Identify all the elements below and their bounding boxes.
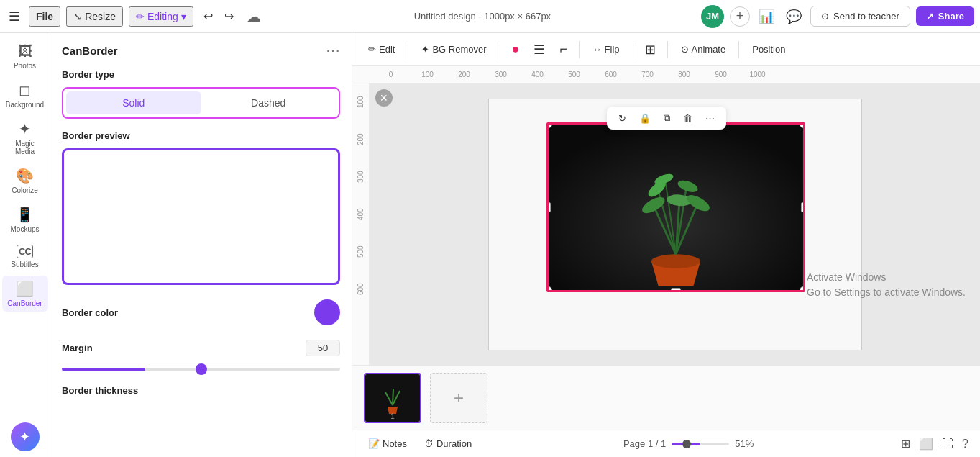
slide-number: 1 (390, 412, 395, 420)
magic-media-icon: ✦ (19, 120, 31, 137)
edit-button[interactable]: ✏ Edit (361, 40, 402, 58)
help-button[interactable]: ? (959, 435, 971, 453)
fullscreen-button[interactable]: ⛶ (939, 435, 956, 453)
magic-wand-icon: ✦ (19, 429, 30, 445)
sidebar-item-magic-media[interactable]: ✦ Magic Media (2, 116, 48, 160)
bg-remover-button[interactable]: ✦ BG Remover (414, 40, 493, 58)
ruler-left-200: 200 (357, 121, 365, 158)
add-slide-button[interactable]: + (430, 373, 487, 423)
analytics-button[interactable]: 📊 (756, 6, 777, 27)
ruler-top-numbers: 0 100 200 300 400 500 600 700 800 900 10… (372, 71, 980, 78)
rotate-button[interactable]: ↻ (613, 110, 632, 127)
share-icon: ↗ (926, 11, 934, 22)
ruler-num-800: 800 (666, 71, 702, 78)
share-button[interactable]: ↗ Share (916, 6, 974, 26)
file-button[interactable]: File (29, 6, 60, 27)
footer-center: Page 1 / 1 51% (485, 438, 892, 449)
fit-page-button[interactable]: ⬜ (916, 434, 936, 453)
solid-border-button[interactable]: Solid (66, 91, 201, 114)
flip-label: Flip (605, 44, 620, 55)
undo-redo-group: ↩ ↪ (199, 6, 238, 26)
ruler-num-100: 100 (409, 71, 446, 78)
border-color-swatch[interactable] (314, 299, 340, 325)
grid-view-button[interactable]: ⊞ (898, 434, 913, 453)
slide-thumb-1[interactable]: 1 (364, 373, 421, 423)
design-image[interactable]: ↻ (546, 122, 805, 292)
notes-button[interactable]: 📝 Notes (361, 435, 414, 452)
sidebar-item-subtitles[interactable]: CC Subtitles (2, 240, 48, 273)
handle-bottom-right[interactable] (800, 286, 805, 292)
add-collaborator-button[interactable]: + (730, 6, 750, 27)
sidebar-item-colorize[interactable]: 🎨 Colorize (2, 163, 48, 199)
resize-button[interactable]: ⤡ Resize (66, 6, 123, 27)
ruler-num-500: 500 (556, 71, 592, 78)
zoom-slider[interactable] (672, 443, 729, 445)
bg-remover-label: BG Remover (432, 44, 486, 55)
image-more-button[interactable]: ⋯ (700, 110, 720, 127)
margin-section: Margin (62, 340, 340, 374)
handle-bottom-left[interactable] (546, 286, 552, 292)
sidebar-item-canborder[interactable]: ⬜ CanBorder (2, 276, 48, 312)
animate-icon: ⊙ (681, 44, 689, 55)
handle-top-right[interactable] (800, 122, 805, 128)
handle-bottom-middle[interactable] (671, 288, 681, 292)
ruler-left-400: 400 (357, 196, 365, 233)
canvas-area: ✏ Edit ✦ BG Remover ● ☰ ⌐ ↔ Flip (352, 33, 980, 457)
menu-icon[interactable]: ☰ (6, 6, 23, 27)
ruler-num-300: 300 (482, 71, 519, 78)
ruler-num-200: 200 (446, 71, 482, 78)
sidebar-item-mockups[interactable]: 📱 Mockups (2, 202, 48, 237)
handle-top-left[interactable] (546, 122, 552, 128)
border-preview-box (62, 148, 340, 285)
notes-icon: 📝 (368, 438, 380, 449)
sidebar-item-magic-media-label: Magic Media (5, 140, 45, 155)
handle-middle-left[interactable] (546, 202, 551, 212)
document-title: Untitled design - 1000px × 667px (270, 11, 695, 22)
pattern-icon: ⊞ (645, 42, 656, 57)
cloud-save-button[interactable]: ☁ (244, 5, 264, 28)
avatar[interactable]: JM (701, 5, 724, 28)
redo-button[interactable]: ↪ (220, 6, 238, 26)
border-preview-label: Border preview (62, 130, 340, 141)
send-teacher-icon: ⊙ (821, 11, 829, 22)
footer-bar: 📝 Notes ⏱ Duration Page 1 / 1 51% ⊞ ⬜ ⛶ … (352, 430, 980, 457)
lock-button[interactable]: 🔒 (633, 110, 656, 127)
animate-button[interactable]: ⊙ Animate (674, 40, 733, 58)
edit-icon: ✏ (368, 44, 376, 55)
lines-icon: ☰ (533, 42, 545, 57)
sidebar-item-subtitles-label: Subtitles (11, 261, 38, 268)
share-label: Share (938, 11, 964, 22)
sidebar-item-background[interactable]: ◻ Background (2, 77, 48, 113)
dashed-border-button[interactable]: Dashed (201, 91, 336, 114)
ruler-num-700: 700 (629, 71, 666, 78)
corner-tool-button[interactable]: ⌐ (554, 38, 573, 60)
margin-slider[interactable] (62, 368, 340, 371)
sidebar-item-photos[interactable]: 🖼 Photos (2, 39, 48, 74)
toolbar-separator-4 (633, 41, 633, 58)
magic-circle-button[interactable]: ✦ (11, 422, 40, 451)
border-color-label: Border color (62, 307, 118, 318)
position-button[interactable]: Position (745, 40, 792, 58)
circle-tool-button[interactable]: ● (506, 38, 526, 60)
pattern-tool-button[interactable]: ⊞ (639, 38, 661, 61)
send-to-teacher-button[interactable]: ⊙ Send to teacher (810, 6, 910, 27)
trash-button[interactable]: 🗑 (677, 110, 698, 127)
comment-button[interactable]: 💬 (783, 6, 805, 27)
zoom-percent: 51% (735, 438, 754, 449)
undo-button[interactable]: ↩ (199, 6, 217, 26)
duration-button[interactable]: ⏱ Duration (417, 435, 479, 452)
header-left: ☰ File ⤡ Resize ✏ Editing ▾ ↩ ↪ ☁ (6, 5, 264, 28)
copy-button[interactable]: ⧉ (658, 109, 676, 127)
filmstrip: 1 + (352, 365, 980, 430)
margin-value-input[interactable] (306, 340, 340, 356)
editing-label: Editing (147, 11, 178, 22)
editing-button[interactable]: ✏ Editing ▾ (129, 6, 193, 27)
handle-middle-right[interactable] (801, 202, 805, 212)
canvas-close-button[interactable]: ✕ (375, 89, 393, 107)
send-teacher-label: Send to teacher (833, 11, 899, 22)
panel-more-button[interactable]: ⋯ (326, 42, 340, 59)
sidebar-item-background-label: Background (6, 101, 44, 109)
flip-button[interactable]: ↔ Flip (585, 40, 627, 58)
lines-tool-button[interactable]: ☰ (528, 38, 551, 61)
ruler-left-500: 500 (357, 233, 365, 271)
